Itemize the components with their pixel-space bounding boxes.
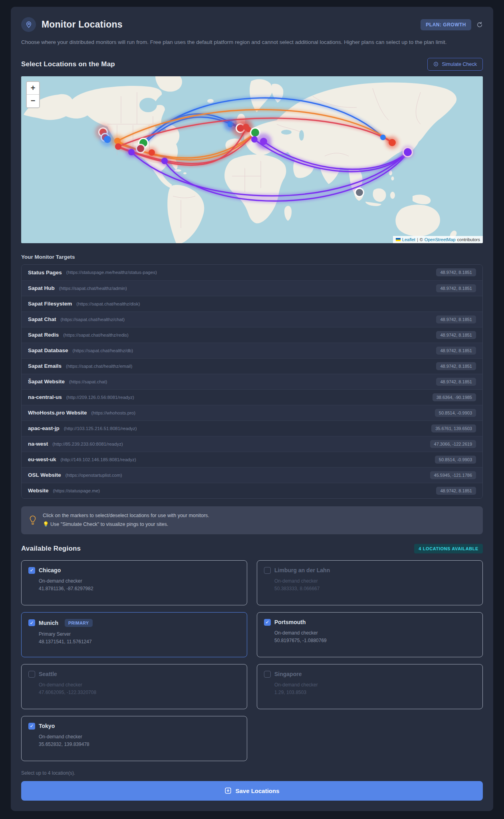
- region-checkbox[interactable]: [264, 671, 271, 678]
- plan-badge: PLAN: GROWTH: [421, 19, 471, 30]
- target-url: (https://sapat.chat/healthz/admin): [59, 286, 127, 291]
- region-checkbox[interactable]: [28, 671, 35, 678]
- osm-link[interactable]: OpenStreetMap: [425, 237, 456, 242]
- save-locations-button[interactable]: Save Locations: [21, 781, 483, 801]
- target-name: Status Pages: [28, 270, 62, 276]
- target-row: WhoHosts.pro Website(https://whohosts.pr…: [22, 405, 482, 420]
- region-name: Munich: [39, 620, 58, 626]
- target-row: na-central-us(http://209.126.0.56:8081/r…: [22, 389, 482, 405]
- target-url: (http://209.126.0.56:8081/readyz): [66, 395, 134, 400]
- regions-title: Available Regions: [21, 545, 81, 553]
- region-checkbox[interactable]: [264, 567, 271, 574]
- tokyo-marker[interactable]: [404, 148, 412, 156]
- region-coords: 48.1371541, 11.5761247: [39, 639, 240, 644]
- na-central-marker[interactable]: [137, 145, 144, 152]
- world-map[interactable]: + − Leaflet | © OpenStreetMap contributo…: [21, 76, 483, 243]
- save-icon: [224, 787, 232, 794]
- tip-line-1: Click on the markers to select/deselect …: [43, 512, 209, 520]
- panel-description: Choose where your distributed monitors w…: [21, 38, 483, 47]
- region-card-seattle[interactable]: SeattleOn-demand checker47.6062095, -122…: [21, 664, 247, 709]
- us-southeast-red-marker[interactable]: [149, 149, 155, 156]
- target-url: (http://103.125.216.51:8081/readyz): [64, 426, 137, 431]
- target-url: (https://statuspage.me): [53, 488, 100, 493]
- na-west-marker[interactable]: [104, 136, 111, 143]
- target-coords-chip: 48.9742, 8.1851: [436, 362, 476, 370]
- target-row: Website(https://statuspage.me)48.9742, 8…: [22, 483, 482, 498]
- region-name: Portsmouth: [274, 619, 306, 625]
- region-name: Limburg an der Lahn: [274, 567, 330, 573]
- us-red-marker[interactable]: [115, 143, 121, 150]
- region-subtitle: Primary Server: [39, 631, 240, 637]
- target-coords-chip: 48.9742, 8.1851: [436, 487, 476, 495]
- target-name: Sapat Redis: [28, 332, 59, 338]
- region-subtitle: On-demand checker: [274, 630, 476, 636]
- region-card-munich[interactable]: ✓MunichPRIMARYPrimary Server48.1371541, …: [21, 612, 247, 657]
- play-icon: [433, 61, 439, 67]
- italy-purple-marker-2[interactable]: [260, 138, 267, 145]
- target-url: (https://sapat.chat/healthz/chat): [61, 317, 125, 322]
- korea-red-marker[interactable]: [389, 139, 396, 146]
- target-name: Sapat Chat: [28, 316, 56, 322]
- target-row: Sapat Hub(https://sapat.chat/healthz/adm…: [22, 280, 482, 296]
- region-checkbox[interactable]: ✓: [28, 567, 35, 574]
- target-coords-chip: 48.9742, 8.1851: [436, 268, 476, 276]
- region-checkbox[interactable]: ✓: [264, 619, 271, 626]
- target-coords-chip: 48.9742, 8.1851: [436, 347, 476, 355]
- refresh-icon[interactable]: [476, 22, 483, 28]
- zoom-out-button[interactable]: −: [27, 95, 39, 107]
- panel-header: Monitor Locations PLAN: GROWTH: [21, 17, 483, 32]
- leaflet-link[interactable]: Leaflet: [402, 237, 415, 242]
- singapore-marker[interactable]: [356, 189, 363, 196]
- region-subtitle: On-demand checker: [39, 734, 240, 740]
- region-card-limburg-an-der-lahn[interactable]: Limburg an der LahnOn-demand checker50.3…: [257, 560, 483, 605]
- simulate-check-button[interactable]: Simulate Check: [427, 58, 483, 71]
- target-row: na-west(http://85.239.233.60:8081/readyz…: [22, 436, 482, 452]
- region-checkbox[interactable]: ✓: [28, 619, 35, 626]
- target-url: (https://sapat.chat/healthz/redis): [63, 333, 129, 337]
- target-url: (https://sapat.chat/healthz/db): [73, 348, 133, 353]
- target-name: Sapat Hub: [28, 285, 55, 291]
- region-checkbox[interactable]: ✓: [28, 723, 35, 730]
- target-name: Šapat Website: [28, 379, 65, 385]
- zoom-in-button[interactable]: +: [27, 82, 39, 95]
- target-coords-chip: 35.6761, 139.6503: [431, 424, 476, 432]
- target-coords-chip: 48.9742, 8.1851: [436, 331, 476, 339]
- target-coords-chip: 45.5945, -121.1786: [430, 471, 476, 479]
- target-coords-chip: 50.8514, -0.9903: [435, 409, 476, 417]
- target-name: Sapat Database: [28, 347, 68, 353]
- target-coords-chip: 47.3066, -122.2619: [430, 440, 476, 448]
- tip-box: Click on the markers to select/deselect …: [21, 506, 483, 534]
- us-purple-marker-1[interactable]: [128, 149, 135, 155]
- region-card-chicago[interactable]: ✓ChicagoOn-demand checker41.8781136, -87…: [21, 560, 247, 605]
- target-row: OSL Website(https://openstartuplist.com)…: [22, 467, 482, 483]
- map-section-title: Select Locations on the Map: [21, 60, 115, 68]
- target-row: Sapat Chat(https://sapat.chat/healthz/ch…: [22, 311, 482, 327]
- target-row: Sapat Filesystem(https://sapat.chat/heal…: [22, 296, 482, 311]
- target-url: (https://sapat.chat/healthz/email): [66, 364, 132, 369]
- region-coords: 35.652832, 139.839478: [39, 742, 240, 747]
- ukraine-flag-icon: [396, 238, 401, 241]
- target-coords-chip: 50.8514, -0.9903: [435, 456, 476, 464]
- us-purple-marker-2[interactable]: [161, 158, 168, 164]
- targets-title: Your Monitor Targets: [21, 254, 483, 260]
- target-name: Website: [28, 488, 49, 494]
- region-card-singapore[interactable]: SingaporeOn-demand checker1.29, 103.8503: [257, 664, 483, 709]
- region-card-tokyo[interactable]: ✓TokyoOn-demand checker35.652832, 139.83…: [21, 716, 247, 761]
- ne-asia-blue-marker[interactable]: [380, 135, 386, 140]
- target-url: (https://sapat.chat/healthz/disk): [76, 301, 140, 306]
- target-url: (http://85.239.233.60:8081/readyz): [52, 442, 123, 446]
- target-row: Status Pages(https://statuspage.me/healt…: [22, 265, 482, 280]
- region-card-portsmouth[interactable]: ✓PortsmouthOn-demand checker50.8197675, …: [257, 612, 483, 657]
- region-coords: 47.6062095, -122.3320708: [39, 690, 240, 695]
- target-row: Šapat Website(https://sapat.chat)48.9742…: [22, 374, 482, 389]
- munich-marker[interactable]: [251, 129, 259, 137]
- target-name: na-west: [28, 441, 48, 447]
- map-attribution: Leaflet | © OpenStreetMap contributors: [393, 236, 483, 243]
- target-name: eu-west-uk: [28, 456, 56, 462]
- selection-hint: Select up to 4 location(s).: [21, 770, 483, 776]
- target-row: Sapat Emails(https://sapat.chat/healthz/…: [22, 358, 482, 374]
- target-url: (https://statuspage.me/healthz/status-pa…: [66, 270, 157, 275]
- lightbulb-icon: [29, 515, 37, 526]
- target-name: WhoHosts.pro Website: [28, 410, 87, 416]
- target-row: apac-east-jp(http://103.125.216.51:8081/…: [22, 420, 482, 436]
